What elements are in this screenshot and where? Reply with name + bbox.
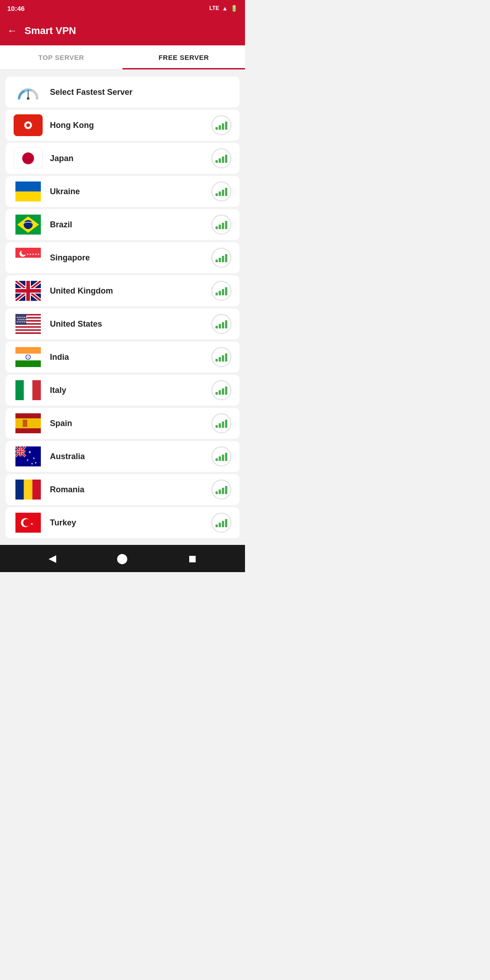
signal-button-ro[interactable] bbox=[211, 480, 231, 500]
server-name-uk: United Kingdom bbox=[50, 286, 204, 296]
svg-rect-44 bbox=[15, 331, 41, 332]
svg-rect-59 bbox=[15, 418, 41, 428]
server-name-it: Italy bbox=[50, 386, 204, 395]
server-name-sg: Singapore bbox=[50, 253, 204, 263]
svg-rect-56 bbox=[24, 380, 33, 400]
svg-rect-77 bbox=[15, 480, 24, 500]
app-bar: ← Smart VPN bbox=[0, 16, 245, 45]
server-name-au: Australia bbox=[50, 452, 204, 461]
server-item-br[interactable]: Brazil bbox=[5, 209, 240, 240]
signal-bars-sg bbox=[216, 253, 227, 262]
signal-button-uk[interactable] bbox=[211, 281, 231, 301]
signal-button-sg[interactable] bbox=[211, 248, 231, 268]
server-item-jp[interactable]: Japan bbox=[5, 143, 240, 174]
server-item-sg[interactable]: ✦✦✦✦✦ Singapore bbox=[5, 242, 240, 273]
svg-rect-55 bbox=[15, 380, 24, 400]
signal-button-us[interactable] bbox=[211, 314, 231, 334]
signal-button-ua[interactable] bbox=[211, 181, 231, 201]
tab-free-server[interactable]: FREE SERVER bbox=[122, 45, 245, 69]
status-icons: LTE ▲ 🔋 bbox=[209, 5, 238, 12]
flag-tr bbox=[14, 512, 43, 534]
nav-home-button[interactable]: ⬤ bbox=[117, 553, 128, 564]
svg-rect-43 bbox=[15, 329, 41, 331]
server-item-it[interactable]: Italy bbox=[5, 375, 240, 406]
svg-rect-57 bbox=[32, 380, 41, 400]
svg-rect-41 bbox=[15, 326, 41, 328]
signal-bars-au bbox=[216, 452, 227, 461]
status-bar: 10:46 LTE ▲ 🔋 bbox=[0, 0, 245, 16]
signal-bars-it bbox=[216, 386, 227, 395]
flag-ro bbox=[14, 479, 43, 500]
signal-bars-us bbox=[216, 319, 227, 328]
flag-uk bbox=[14, 280, 43, 302]
tab-top-server[interactable]: TOP SERVER bbox=[0, 45, 122, 69]
svg-rect-19 bbox=[15, 258, 41, 268]
signal-bars-in bbox=[216, 353, 227, 362]
signal-bars-jp bbox=[216, 154, 227, 163]
server-item-fastest[interactable]: Select Fastest Server bbox=[5, 77, 240, 108]
svg-rect-45 bbox=[15, 333, 41, 334]
server-item-au[interactable]: ★ ★ ★ ★ ★ Australia bbox=[5, 441, 240, 472]
flag-us: ★★★★★★ ★★★★★ ★★★★★★ bbox=[14, 313, 43, 335]
signal-button-jp[interactable] bbox=[211, 148, 231, 168]
back-button[interactable]: ← bbox=[7, 25, 17, 37]
svg-text:★: ★ bbox=[34, 461, 37, 464]
flag-in bbox=[14, 346, 43, 368]
svg-point-17 bbox=[24, 220, 33, 229]
server-name-in: India bbox=[50, 353, 204, 362]
flag-it bbox=[14, 379, 43, 401]
svg-rect-58 bbox=[15, 413, 41, 418]
tabs-container: TOP SERVER FREE SERVER bbox=[0, 45, 245, 70]
status-time: 10:46 bbox=[7, 5, 24, 12]
server-item-ua[interactable]: Ukraine bbox=[5, 176, 240, 207]
svg-point-12 bbox=[22, 152, 34, 164]
nav-recent-button[interactable]: ◼ bbox=[188, 553, 196, 564]
svg-rect-50 bbox=[15, 347, 41, 354]
svg-text:✦✦✦✦✦: ✦✦✦✦✦ bbox=[26, 253, 40, 256]
nav-back-button[interactable]: ◀ bbox=[49, 553, 56, 564]
server-name-us: United States bbox=[50, 319, 204, 329]
signal-button-es[interactable] bbox=[211, 413, 231, 433]
server-item-us[interactable]: ★★★★★★ ★★★★★ ★★★★★★ United States bbox=[5, 309, 240, 339]
signal-button-it[interactable] bbox=[211, 380, 231, 400]
signal-bars-tr bbox=[216, 518, 227, 527]
server-name-fastest: Select Fastest Server bbox=[50, 88, 231, 97]
flag-hk bbox=[14, 114, 43, 136]
signal-button-tr[interactable] bbox=[211, 513, 231, 533]
server-name-ro: Romania bbox=[50, 485, 204, 495]
server-item-ro[interactable]: Romania bbox=[5, 474, 240, 505]
server-item-uk[interactable]: United Kingdom bbox=[5, 275, 240, 306]
svg-point-54 bbox=[28, 357, 29, 358]
flag-br bbox=[14, 214, 43, 235]
speedometer-icon bbox=[14, 81, 43, 103]
signal-button-au[interactable] bbox=[211, 446, 231, 466]
server-name-ua: Ukraine bbox=[50, 187, 204, 196]
svg-rect-71 bbox=[15, 451, 25, 452]
server-item-es[interactable]: Spain bbox=[5, 408, 240, 439]
signal-bars-es bbox=[216, 419, 227, 428]
flag-jp bbox=[14, 147, 43, 169]
flag-ua bbox=[14, 181, 43, 202]
signal-button-in[interactable] bbox=[211, 347, 231, 367]
signal-button-br[interactable] bbox=[211, 215, 231, 235]
signal-button-hk[interactable] bbox=[211, 115, 231, 135]
svg-text:★: ★ bbox=[26, 459, 29, 461]
signal-bars-hk bbox=[216, 121, 227, 130]
flag-sg: ✦✦✦✦✦ bbox=[14, 247, 43, 269]
svg-rect-61 bbox=[23, 420, 27, 427]
lte-icon: LTE bbox=[209, 5, 219, 11]
signal-bars-uk bbox=[216, 286, 227, 295]
server-item-tr[interactable]: Turkey bbox=[5, 507, 240, 538]
svg-rect-31 bbox=[15, 289, 41, 293]
battery-icon: 🔋 bbox=[230, 5, 238, 12]
server-item-hk[interactable]: Hong Kong bbox=[5, 110, 240, 141]
svg-rect-14 bbox=[15, 191, 41, 201]
svg-rect-79 bbox=[32, 480, 41, 500]
server-list: Select Fastest Server Hong Kong bbox=[0, 70, 245, 545]
flag-es bbox=[14, 412, 43, 434]
server-item-in[interactable]: India bbox=[5, 342, 240, 372]
svg-rect-40 bbox=[15, 325, 41, 326]
svg-point-1 bbox=[27, 97, 29, 100]
svg-rect-52 bbox=[15, 360, 41, 367]
app-title: Smart VPN bbox=[24, 25, 76, 37]
